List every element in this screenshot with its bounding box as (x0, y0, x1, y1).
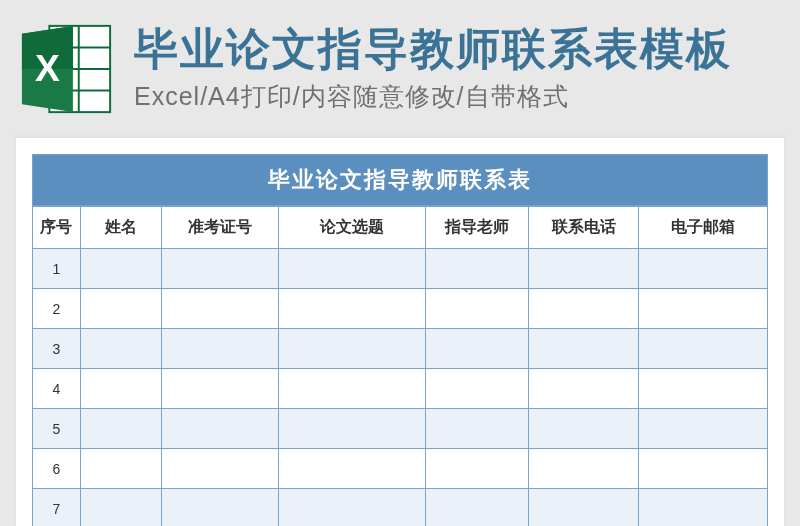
cell-exam (161, 289, 279, 329)
cell-seq: 7 (33, 489, 81, 527)
cell-seq: 2 (33, 289, 81, 329)
cell-name (80, 369, 161, 409)
cell-name (80, 449, 161, 489)
sheet-preview: 毕业论文指导教师联系表 序号 姓名 准考证号 论文选题 指导老师 联系电话 电子… (16, 138, 784, 526)
cell-teacher (426, 249, 529, 289)
cell-phone (529, 329, 639, 369)
cell-phone (529, 489, 639, 527)
col-header-teacher: 指导老师 (426, 207, 529, 249)
cell-phone (529, 289, 639, 329)
table-row: 1 (33, 249, 768, 289)
cell-topic (279, 489, 426, 527)
contact-table: 序号 姓名 准考证号 论文选题 指导老师 联系电话 电子邮箱 1 2 (32, 206, 768, 526)
table-row: 2 (33, 289, 768, 329)
cell-seq: 6 (33, 449, 81, 489)
cell-name (80, 249, 161, 289)
cell-teacher (426, 289, 529, 329)
svg-text:X: X (35, 47, 60, 89)
cell-email (639, 449, 768, 489)
cell-email (639, 489, 768, 527)
table-header-row: 序号 姓名 准考证号 论文选题 指导老师 联系电话 电子邮箱 (33, 207, 768, 249)
table-row: 6 (33, 449, 768, 489)
cell-teacher (426, 489, 529, 527)
table-row: 4 (33, 369, 768, 409)
cell-topic (279, 449, 426, 489)
table-title: 毕业论文指导教师联系表 (32, 154, 768, 206)
cell-seq: 4 (33, 369, 81, 409)
cell-email (639, 329, 768, 369)
col-header-exam: 准考证号 (161, 207, 279, 249)
table-row: 5 (33, 409, 768, 449)
cell-exam (161, 369, 279, 409)
cell-topic (279, 289, 426, 329)
cell-exam (161, 489, 279, 527)
cell-teacher (426, 409, 529, 449)
cell-phone (529, 449, 639, 489)
col-header-email: 电子邮箱 (639, 207, 768, 249)
cell-exam (161, 409, 279, 449)
cell-email (639, 409, 768, 449)
cell-teacher (426, 449, 529, 489)
cell-email (639, 249, 768, 289)
cell-seq: 1 (33, 249, 81, 289)
cell-teacher (426, 329, 529, 369)
cell-seq: 5 (33, 409, 81, 449)
cell-email (639, 369, 768, 409)
page-subtitle: Excel/A4打印/内容随意修改/自带格式 (134, 80, 732, 113)
header-bar: X 毕业论文指导教师联系表模板 Excel/A4打印/内容随意修改/自带格式 (0, 0, 800, 132)
cell-phone (529, 369, 639, 409)
col-header-seq: 序号 (33, 207, 81, 249)
cell-teacher (426, 369, 529, 409)
cell-topic (279, 249, 426, 289)
cell-phone (529, 409, 639, 449)
col-header-phone: 联系电话 (529, 207, 639, 249)
excel-icon: X (18, 20, 116, 118)
col-header-name: 姓名 (80, 207, 161, 249)
cell-topic (279, 409, 426, 449)
cell-name (80, 489, 161, 527)
cell-phone (529, 249, 639, 289)
col-header-topic: 论文选题 (279, 207, 426, 249)
cell-exam (161, 249, 279, 289)
cell-topic (279, 369, 426, 409)
table-row: 7 (33, 489, 768, 527)
title-block: 毕业论文指导教师联系表模板 Excel/A4打印/内容随意修改/自带格式 (134, 25, 732, 112)
cell-exam (161, 449, 279, 489)
cell-name (80, 329, 161, 369)
cell-topic (279, 329, 426, 369)
cell-name (80, 409, 161, 449)
table-row: 3 (33, 329, 768, 369)
cell-name (80, 289, 161, 329)
cell-exam (161, 329, 279, 369)
cell-email (639, 289, 768, 329)
page-title: 毕业论文指导教师联系表模板 (134, 25, 732, 73)
cell-seq: 3 (33, 329, 81, 369)
